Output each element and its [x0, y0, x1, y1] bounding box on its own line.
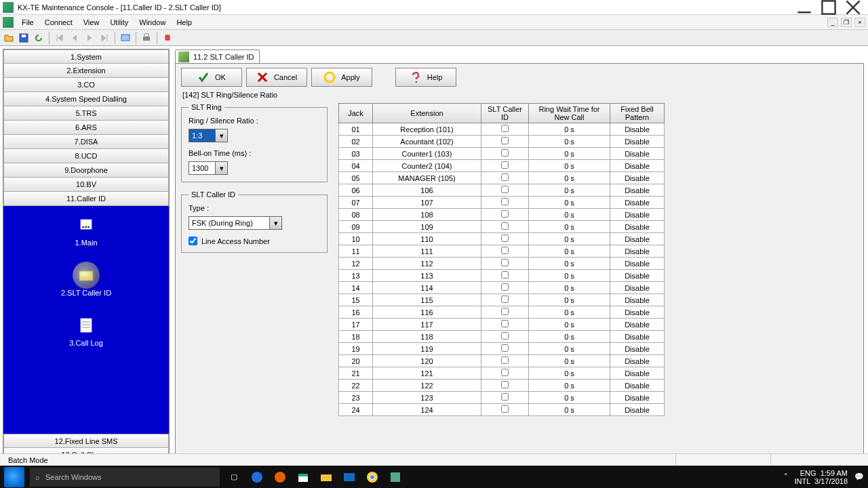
- cell-ringwait[interactable]: 0 s: [529, 258, 610, 270]
- taskbar-search[interactable]: ⌕ Search Windows: [30, 468, 220, 487]
- nav-bar-item[interactable]: 6.ARS: [3, 121, 169, 135]
- cell-ringwait[interactable]: 0 s: [529, 343, 610, 355]
- tray-time[interactable]: 1:59 AM: [821, 469, 848, 477]
- cell-extension[interactable]: 115: [373, 294, 481, 306]
- cell-jack[interactable]: 24: [339, 404, 373, 416]
- cell-ringwait[interactable]: 0 s: [529, 306, 610, 319]
- cell-extension[interactable]: Counter1 (103): [373, 148, 481, 160]
- nav-bar-item[interactable]: 3.CO: [3, 78, 169, 92]
- cell-callerid[interactable]: [481, 270, 529, 282]
- cell-extension[interactable]: 114: [373, 282, 481, 294]
- cell-jack[interactable]: 22: [339, 380, 373, 392]
- cell-jack[interactable]: 03: [339, 148, 373, 160]
- cell-extension[interactable]: Counter2 (104): [373, 160, 481, 172]
- table-row[interactable]: 071070 sDisable: [339, 197, 665, 209]
- cell-ringwait[interactable]: 0 s: [529, 294, 610, 306]
- help-button[interactable]: Help: [395, 68, 456, 87]
- table-row[interactable]: 201200 sDisable: [339, 355, 665, 367]
- ratio-combo[interactable]: ▾: [189, 129, 320, 142]
- cell-jack[interactable]: 17: [339, 319, 373, 331]
- table-row[interactable]: 131130 sDisable: [339, 270, 665, 282]
- table-row[interactable]: 231230 sDisable: [339, 392, 665, 404]
- cell-ringwait[interactable]: 0 s: [529, 123, 610, 136]
- callerid-checkbox[interactable]: [501, 357, 509, 364]
- callerid-checkbox[interactable]: [501, 283, 509, 291]
- col-callerid[interactable]: SLT Caller ID: [481, 104, 529, 123]
- table-row[interactable]: 121120 sDisable: [339, 258, 665, 270]
- cell-jack[interactable]: 11: [339, 245, 373, 258]
- callerid-checkbox[interactable]: [501, 210, 509, 218]
- cell-bellpattern[interactable]: Disable: [610, 343, 665, 355]
- cell-bellpattern[interactable]: Disable: [610, 148, 665, 160]
- cell-extension[interactable]: Reception (101): [373, 123, 481, 136]
- nav-bar-item[interactable]: 10.BV: [3, 178, 169, 192]
- tray-date[interactable]: 3/17/2018: [814, 477, 848, 485]
- table-row[interactable]: 171170 sDisable: [339, 319, 665, 331]
- cell-jack[interactable]: 14: [339, 282, 373, 294]
- cell-extension[interactable]: MANAGER (105): [373, 172, 481, 184]
- cell-callerid[interactable]: [481, 209, 529, 221]
- col-jack[interactable]: Jack: [339, 104, 373, 123]
- cell-jack[interactable]: 06: [339, 184, 373, 197]
- table-row[interactable]: 161160 sDisable: [339, 306, 665, 319]
- cell-extension[interactable]: 109: [373, 221, 481, 233]
- cell-extension[interactable]: 116: [373, 306, 481, 319]
- table-row[interactable]: 181180 sDisable: [339, 331, 665, 343]
- cell-ringwait[interactable]: 0 s: [529, 355, 610, 367]
- line-access-checkbox-input[interactable]: [189, 237, 197, 245]
- cell-extension[interactable]: 112: [373, 258, 481, 270]
- callerid-checkbox[interactable]: [501, 149, 509, 157]
- cell-bellpattern[interactable]: Disable: [610, 319, 665, 331]
- cell-extension[interactable]: 121: [373, 367, 481, 380]
- maximize-button[interactable]: [821, 1, 837, 14]
- bell-input[interactable]: [189, 161, 216, 175]
- callerid-checkbox[interactable]: [501, 174, 509, 181]
- table-row[interactable]: 04Counter2 (104)0 sDisable: [339, 160, 665, 172]
- cell-extension[interactable]: 108: [373, 209, 481, 221]
- outlook-icon[interactable]: [340, 468, 358, 486]
- callerid-checkbox[interactable]: [501, 161, 509, 169]
- callerid-checkbox[interactable]: [501, 125, 509, 132]
- cell-jack[interactable]: 09: [339, 221, 373, 233]
- cell-callerid[interactable]: [481, 319, 529, 331]
- bell-combo[interactable]: ▾: [189, 161, 320, 175]
- toolbar-print-icon[interactable]: [140, 32, 153, 44]
- cell-callerid[interactable]: [481, 331, 529, 343]
- menu-view[interactable]: View: [78, 16, 105, 28]
- start-button[interactable]: [4, 467, 24, 487]
- callerid-checkbox[interactable]: [501, 381, 509, 388]
- chevron-down-icon[interactable]: ▾: [216, 161, 228, 175]
- table-row[interactable]: 091090 sDisable: [339, 221, 665, 233]
- cell-bellpattern[interactable]: Disable: [610, 136, 665, 148]
- cell-callerid[interactable]: [481, 184, 529, 197]
- nav-bar-item[interactable]: 9.Doorphone: [3, 163, 169, 178]
- callerid-checkbox[interactable]: [501, 369, 509, 376]
- cell-bellpattern[interactable]: Disable: [610, 270, 665, 282]
- cell-ringwait[interactable]: 0 s: [529, 392, 610, 404]
- mdi-close-button[interactable]: ×: [854, 18, 865, 27]
- cell-ringwait[interactable]: 0 s: [529, 197, 610, 209]
- type-input[interactable]: [189, 216, 270, 230]
- cell-jack[interactable]: 18: [339, 331, 373, 343]
- cell-callerid[interactable]: [481, 221, 529, 233]
- toolbar-settings-icon[interactable]: [161, 32, 174, 44]
- type-combo[interactable]: ▾: [189, 216, 320, 230]
- cell-ringwait[interactable]: 0 s: [529, 245, 610, 258]
- table-row[interactable]: 061060 sDisable: [339, 184, 665, 197]
- cell-callerid[interactable]: [481, 245, 529, 258]
- cell-jack[interactable]: 16: [339, 306, 373, 319]
- cell-extension[interactable]: 120: [373, 355, 481, 367]
- cell-ringwait[interactable]: 0 s: [529, 282, 610, 294]
- mdi-restore-button[interactable]: ❐: [841, 18, 852, 27]
- chrome-icon[interactable]: [363, 468, 381, 486]
- nav-bar-item[interactable]: 2.Extension: [3, 64, 169, 78]
- tray-lang[interactable]: ENG: [800, 469, 816, 477]
- explorer-icon[interactable]: [317, 468, 335, 486]
- cell-callerid[interactable]: [481, 233, 529, 245]
- cell-jack[interactable]: 10: [339, 233, 373, 245]
- cell-callerid[interactable]: [481, 367, 529, 380]
- cell-bellpattern[interactable]: Disable: [610, 306, 665, 319]
- cell-callerid[interactable]: [481, 355, 529, 367]
- cell-ringwait[interactable]: 0 s: [529, 331, 610, 343]
- cell-jack[interactable]: 02: [339, 136, 373, 148]
